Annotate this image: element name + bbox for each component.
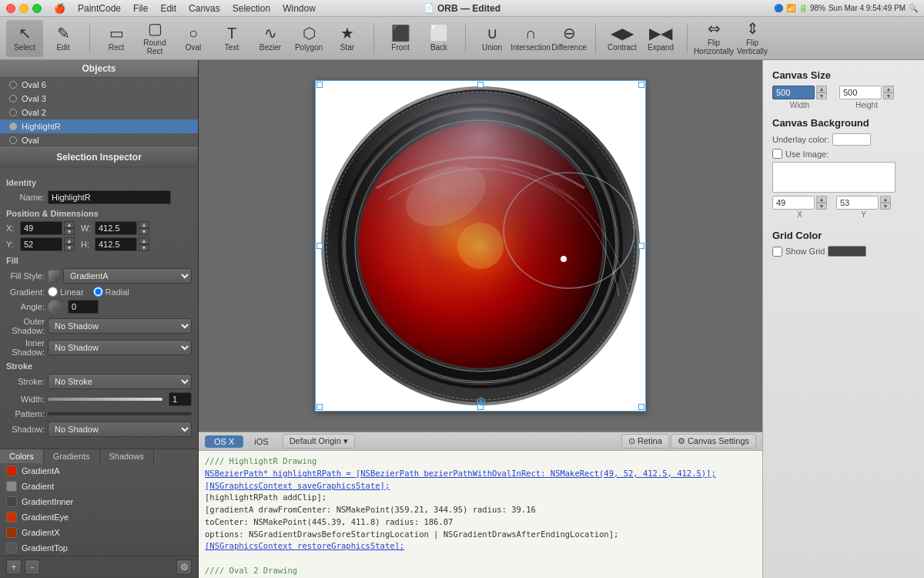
flip-h-tool[interactable]: ⇔ Flip Horizontally	[695, 20, 732, 57]
round-rect-tool[interactable]: ▢ Round Rect	[136, 20, 173, 57]
inner-shadow-select[interactable]: No Shadow	[48, 340, 192, 355]
bg-y-input[interactable]	[836, 196, 879, 210]
fill-style-select[interactable]: GradientA	[63, 268, 192, 284]
flip-v-tool[interactable]: ⇕ Flip Vertically	[734, 20, 771, 57]
object-item-oval[interactable]: Oval	[0, 133, 198, 147]
tab-colors[interactable]: Colors	[0, 449, 44, 463]
bg-y-down[interactable]: ▼	[880, 203, 891, 210]
outer-shadow-select[interactable]: No Shadow	[48, 318, 192, 334]
shadow-select[interactable]: No Shadow	[48, 422, 192, 437]
width-stepper-up[interactable]: ▲	[139, 221, 149, 228]
origin-selector[interactable]: Default Origin ▾	[283, 434, 355, 449]
back-tool[interactable]: ⬜ Back	[420, 20, 457, 57]
add-button[interactable]: +	[6, 560, 22, 575]
intersection-tool[interactable]: ∩ Intersection	[512, 20, 549, 57]
underlay-color-swatch[interactable]	[832, 133, 871, 146]
bezier-tool[interactable]: ∿ Bezier	[252, 20, 289, 57]
bg-x-up[interactable]: ▲	[816, 196, 827, 203]
name-input[interactable]	[48, 190, 171, 204]
canvas-height-down[interactable]: ▼	[883, 92, 894, 99]
grid-color-swatch[interactable]	[828, 246, 866, 257]
stroke-select[interactable]: No Stroke	[48, 374, 192, 389]
height-input[interactable]	[95, 237, 137, 251]
stroke-width-input[interactable]	[169, 392, 192, 406]
canvas-width-input[interactable]	[772, 86, 815, 99]
radial-radio[interactable]: Radial	[93, 287, 129, 297]
bg-y-up[interactable]: ▲	[880, 196, 891, 203]
text-tool[interactable]: T Text	[213, 20, 250, 57]
canvas-settings-button[interactable]: ⚙ Canvas Settings	[671, 434, 756, 449]
y-input[interactable]	[20, 237, 62, 251]
handle-mr[interactable]	[638, 243, 644, 249]
handle-br[interactable]	[638, 404, 644, 410]
code-tab-osx[interactable]: OS X	[205, 435, 243, 448]
width-stepper-down[interactable]: ▼	[139, 228, 149, 235]
angle-input[interactable]	[68, 300, 99, 314]
tab-gradients[interactable]: Gradients	[44, 449, 100, 463]
canvas-wrapper[interactable]: ⊕	[199, 60, 762, 432]
angle-dial[interactable]	[48, 300, 62, 314]
expand-tool[interactable]: ▶◀ Expand	[642, 20, 679, 57]
y-stepper-up[interactable]: ▲	[64, 237, 75, 244]
contract-tool[interactable]: ◀▶ Contract	[604, 20, 641, 57]
bg-x-input[interactable]	[772, 196, 815, 210]
menu-window[interactable]: Window	[283, 3, 316, 14]
menu-file[interactable]: File	[133, 3, 148, 14]
object-item-oval3[interactable]: Oval 3	[0, 92, 198, 106]
rect-tool[interactable]: ▭ Rect	[98, 20, 135, 57]
retina-button[interactable]: ⊙ Retina	[621, 434, 669, 449]
width-input[interactable]	[95, 221, 137, 235]
gear-button[interactable]: ⚙	[176, 560, 192, 575]
oval-tool[interactable]: ○ Oval	[175, 20, 212, 57]
minimize-button[interactable]	[19, 4, 28, 13]
maximize-button[interactable]	[32, 4, 42, 13]
canvas-height-input[interactable]	[839, 86, 882, 99]
menu-canvas[interactable]: Canvas	[189, 3, 220, 14]
canvas-width-up[interactable]: ▲	[816, 86, 827, 92]
menu-apple[interactable]: 🍎	[54, 3, 65, 14]
object-item-oval2[interactable]: Oval 2	[0, 106, 198, 119]
close-button[interactable]	[6, 4, 15, 13]
menu-selection[interactable]: Selection	[233, 3, 270, 14]
show-grid-checkbox[interactable]	[772, 247, 782, 257]
handle-tr[interactable]	[638, 82, 644, 88]
tab-shadows[interactable]: Shadows	[100, 449, 154, 463]
height-stepper-down[interactable]: ▼	[139, 244, 149, 251]
color-item-gradienta[interactable]: GradientA	[0, 463, 198, 479]
remove-button[interactable]: -	[25, 560, 40, 575]
stroke-slider[interactable]	[48, 398, 162, 401]
object-item-highlightr[interactable]: HighlightR	[0, 119, 198, 133]
handle-ml[interactable]	[316, 243, 323, 249]
y-stepper-down[interactable]: ▼	[64, 244, 75, 251]
use-image-checkbox[interactable]	[772, 149, 782, 159]
polygon-tool[interactable]: ⬡ Polygon	[290, 20, 327, 57]
x-stepper-up[interactable]: ▲	[64, 221, 75, 228]
star-tool[interactable]: ★ Star	[329, 20, 366, 57]
code-content[interactable]: //// HighlightR Drawing NSBezierPath* hi…	[199, 451, 762, 578]
menu-paintcode[interactable]: PaintCode	[78, 3, 121, 14]
color-item-gradienttop[interactable]: GradientTop	[0, 540, 198, 556]
canvas-height-up[interactable]: ▲	[883, 86, 894, 92]
edit-tool[interactable]: ✎ Edit	[45, 20, 82, 57]
union-tool[interactable]: ∪ Union	[474, 20, 511, 57]
fill-swatch[interactable]	[48, 270, 60, 282]
x-stepper-down[interactable]: ▼	[64, 228, 75, 235]
handle-bl[interactable]	[316, 404, 323, 410]
color-item-gradientinner[interactable]: GradientInner	[0, 494, 198, 509]
color-item-gradient[interactable]: Gradient	[0, 479, 198, 494]
handle-tc[interactable]	[477, 82, 484, 88]
object-item-oval6[interactable]: Oval 6	[0, 78, 198, 92]
x-input[interactable]	[20, 221, 62, 235]
linear-radio[interactable]: Linear	[48, 287, 84, 297]
menu-edit[interactable]: Edit	[160, 3, 176, 14]
code-tab-ios[interactable]: iOS	[245, 435, 277, 448]
handle-tl[interactable]	[316, 82, 323, 88]
front-tool[interactable]: ⬛ Front	[382, 20, 419, 57]
color-item-gradienteye[interactable]: GradientEye	[0, 509, 198, 525]
height-stepper-up[interactable]: ▲	[139, 237, 149, 244]
difference-tool[interactable]: ⊖ Difference	[551, 20, 588, 57]
color-item-gradientx[interactable]: GradientX	[0, 525, 198, 540]
canvas-width-down[interactable]: ▼	[816, 92, 827, 99]
select-tool[interactable]: ↖ Select	[6, 20, 43, 57]
bg-x-down[interactable]: ▼	[816, 203, 827, 210]
